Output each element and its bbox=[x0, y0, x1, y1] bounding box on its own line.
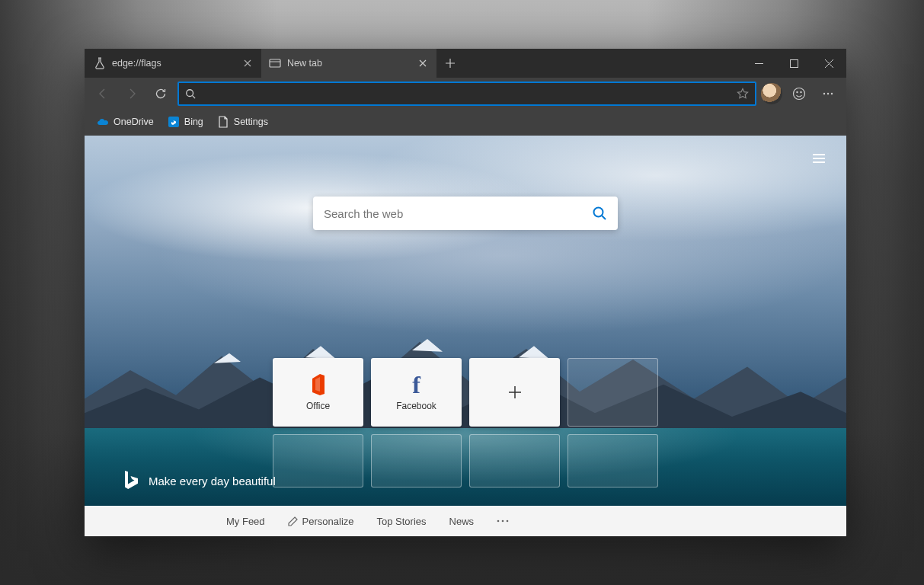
feed-personalize[interactable]: Personalize bbox=[288, 516, 354, 527]
feedback-smiley-button[interactable] bbox=[787, 82, 811, 106]
svg-point-11 bbox=[497, 520, 500, 523]
tile-placeholder[interactable] bbox=[568, 434, 658, 488]
forward-button[interactable] bbox=[120, 82, 144, 106]
tab-newtab[interactable]: New tab bbox=[261, 49, 436, 78]
top-sites-tiles: Office f Facebook bbox=[273, 358, 658, 427]
bookmark-settings[interactable]: Settings bbox=[211, 113, 274, 131]
flask-icon bbox=[94, 57, 106, 69]
tab-title: New tab bbox=[287, 58, 411, 69]
top-sites-tiles-row2 bbox=[273, 434, 658, 488]
search-icon bbox=[185, 88, 196, 99]
feed-news[interactable]: News bbox=[449, 516, 475, 527]
minimize-button[interactable] bbox=[741, 49, 776, 78]
svg-point-8 bbox=[831, 93, 833, 94]
bing-icon bbox=[168, 116, 180, 128]
slogan-text: Make every day beautiful bbox=[149, 475, 276, 488]
svg-point-12 bbox=[502, 520, 504, 523]
pencil-icon bbox=[288, 516, 298, 526]
svg-point-3 bbox=[794, 88, 805, 100]
tile-placeholder[interactable] bbox=[469, 434, 560, 488]
tile-placeholder[interactable] bbox=[371, 434, 462, 488]
close-button[interactable] bbox=[811, 49, 846, 78]
svg-point-6 bbox=[823, 93, 825, 94]
bookmark-onedrive[interactable]: OneDrive bbox=[91, 113, 160, 131]
bookmark-label: Bing bbox=[184, 117, 203, 127]
tile-label: Facebook bbox=[396, 401, 436, 411]
plus-icon bbox=[507, 381, 523, 404]
profile-avatar[interactable] bbox=[761, 83, 782, 104]
tile-facebook[interactable]: f Facebook bbox=[371, 358, 462, 427]
toolbar bbox=[85, 78, 846, 110]
tab-close-button[interactable] bbox=[241, 57, 254, 69]
maximize-button[interactable] bbox=[776, 49, 811, 78]
svg-point-4 bbox=[797, 91, 798, 92]
bookmark-label: OneDrive bbox=[114, 117, 154, 127]
page-icon bbox=[217, 116, 229, 128]
bookmark-bing[interactable]: Bing bbox=[161, 113, 209, 131]
svg-point-10 bbox=[594, 208, 603, 217]
address-input[interactable] bbox=[202, 88, 731, 100]
more-menu-button[interactable] bbox=[816, 82, 840, 106]
feed-topstories[interactable]: Top Stories bbox=[377, 516, 427, 527]
tab-bar: edge://flags New tab bbox=[85, 49, 846, 78]
bing-slogan: Make every day beautiful bbox=[123, 471, 276, 491]
feed-myfeed[interactable]: My Feed bbox=[226, 516, 265, 527]
tab-close-button[interactable] bbox=[417, 57, 429, 69]
svg-rect-9 bbox=[168, 117, 179, 127]
browser-window: edge://flags New tab bbox=[85, 49, 846, 536]
favorite-star-icon[interactable] bbox=[737, 88, 749, 100]
newtab-icon bbox=[269, 57, 281, 69]
facebook-icon: f bbox=[412, 373, 420, 396]
tab-flags[interactable]: edge://flags bbox=[86, 49, 261, 78]
bookmarks-bar: OneDrive Bing Settings bbox=[85, 110, 846, 136]
svg-point-2 bbox=[187, 90, 193, 97]
svg-point-13 bbox=[507, 520, 509, 523]
feed-more-button[interactable] bbox=[497, 519, 509, 523]
tab-title: edge://flags bbox=[112, 58, 235, 69]
newtab-content: Office f Facebook Make every day b bbox=[85, 136, 846, 536]
svg-point-7 bbox=[827, 93, 829, 94]
tile-placeholder[interactable] bbox=[568, 358, 658, 427]
back-button[interactable] bbox=[91, 82, 115, 106]
page-settings-button[interactable] bbox=[807, 146, 831, 171]
tile-placeholder[interactable] bbox=[273, 434, 363, 488]
office-icon bbox=[309, 373, 328, 396]
new-tab-button[interactable] bbox=[436, 49, 464, 78]
bookmark-label: Settings bbox=[234, 117, 268, 127]
search-icon[interactable] bbox=[592, 206, 607, 221]
refresh-button[interactable] bbox=[149, 82, 173, 106]
tile-office[interactable]: Office bbox=[273, 358, 363, 427]
window-controls bbox=[741, 49, 846, 78]
bing-logo-icon bbox=[123, 471, 139, 491]
feed-bar: My Feed Personalize Top Stories News bbox=[85, 506, 846, 536]
feed-label: Personalize bbox=[302, 516, 354, 527]
web-search-box[interactable] bbox=[313, 197, 618, 230]
onedrive-icon bbox=[97, 116, 109, 128]
svg-point-5 bbox=[801, 91, 801, 92]
tile-label: Office bbox=[306, 401, 330, 411]
tile-add[interactable] bbox=[469, 358, 560, 427]
web-search-input[interactable] bbox=[324, 207, 584, 220]
address-bar[interactable] bbox=[177, 82, 756, 106]
svg-rect-1 bbox=[790, 59, 798, 67]
